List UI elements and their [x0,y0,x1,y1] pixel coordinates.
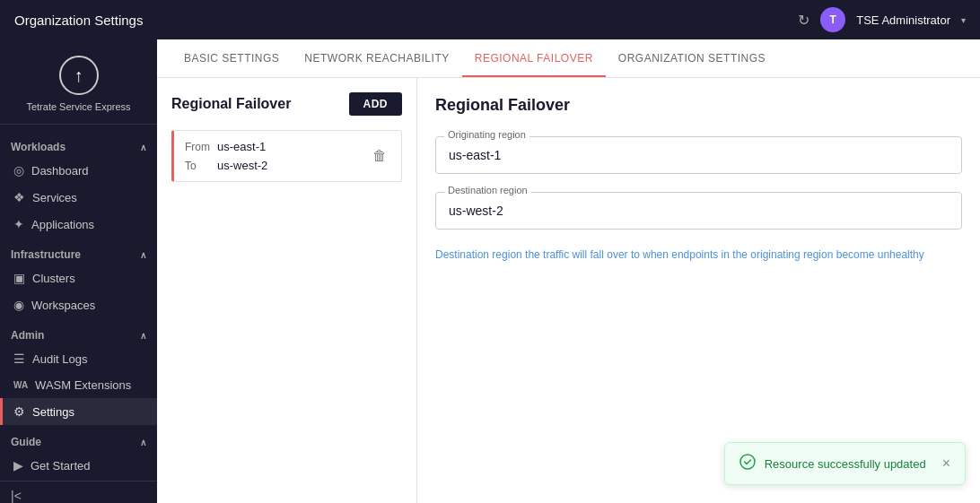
sidebar: ↑ Tetrate Service Express Workloads ∧ ◎ … [0,39,157,503]
refresh-icon[interactable]: ↻ [798,12,809,29]
from-label: From [185,141,210,153]
app-header: Organization Settings ↻ T TSE Administra… [0,0,980,39]
sidebar-item-label: Dashboard [31,164,89,178]
chevron-up-icon: ∧ [140,143,146,152]
sidebar-section-workloads: Workloads ∧ ◎ Dashboard ❖ Services ✦ App… [0,132,157,239]
toast-message: Resource successfully updated [765,457,926,471]
settings-icon: ⚙ [13,404,25,419]
content-area: Basic Settings Network Reachability Regi… [157,39,980,503]
toast-close-button[interactable]: × [935,455,950,472]
helper-prefix: Destination region the traffic will fall… [435,248,750,261]
destination-region-field: Destination region [435,192,962,230]
sidebar-item-settings[interactable]: ⚙ Settings [0,398,157,425]
admin-label: Admin [11,329,44,342]
failover-item-info: From us-east-1 To us-west-2 [185,140,267,172]
svg-point-0 [740,455,755,469]
tab-organization-settings[interactable]: Organization Settings [606,39,778,77]
destination-region-label: Destination region [444,185,531,195]
from-value: us-east-1 [217,140,266,153]
failover-from-row: From us-east-1 [185,140,267,153]
to-value: us-west-2 [217,159,267,172]
logo-area: ↑ Tetrate Service Express [0,39,157,125]
failover-list-item: From us-east-1 To us-west-2 🗑 [171,130,402,182]
header-right: ↻ T TSE Administrator ▾ [798,7,966,32]
originating-region-label: Originating region [444,129,529,140]
right-panel: Regional Failover Originating region Des… [417,78,980,503]
sidebar-item-label: Settings [32,405,74,419]
page-title: Organization Settings [14,13,143,28]
main-layout: ↑ Tetrate Service Express Workloads ∧ ◎ … [0,39,980,503]
sidebar-section-admin-header[interactable]: Admin ∧ [0,325,157,345]
chevron-up-icon: ∧ [140,438,146,447]
tab-regional-failover[interactable]: Regional Failover [462,39,606,77]
originating-region-field: Originating region [435,136,962,174]
wasm-icon: WA [13,380,28,390]
trash-icon: 🗑 [372,148,387,163]
sidebar-section-guide: Guide ∧ ▶ Get Started [0,427,157,481]
toast-notification: Resource successfully updated × [724,442,966,485]
sidebar-item-label: Workspaces [31,299,95,312]
tab-network-reachability[interactable]: Network Reachability [292,39,461,77]
panel-header: Regional Failover ADD [171,92,402,116]
guide-label: Guide [11,436,41,448]
sidebar-item-wasm-extensions[interactable]: WA WASM Extensions [0,372,157,398]
sidebar-item-clusters[interactable]: ▣ Clusters [0,265,157,291]
sidebar-item-label: Services [32,191,77,204]
sidebar-item-label: Get Started [31,459,90,473]
chevron-down-icon[interactable]: ▾ [961,15,966,25]
chevron-up-icon: ∧ [140,250,146,260]
user-name[interactable]: TSE Administrator [856,13,950,27]
failover-to-row: To us-west-2 [185,159,267,172]
sidebar-section-guide-header[interactable]: Guide ∧ [0,432,157,452]
sidebar-item-audit-logs[interactable]: ☰ Audit Logs [0,345,157,372]
workspaces-icon: ◉ [13,298,24,312]
page-content: Regional Failover ADD From us-east-1 To … [157,78,980,503]
sidebar-section-infrastructure: Infrastructure ∧ ▣ Clusters ◉ Workspaces [0,239,157,320]
sidebar-item-applications[interactable]: ✦ Applications [0,211,157,238]
chevron-up-icon: ∧ [140,331,146,341]
sidebar-collapse-button[interactable]: |< [0,481,157,503]
to-label: To [185,160,210,172]
right-panel-title: Regional Failover [435,96,962,115]
originating-region-input[interactable] [435,136,962,174]
sidebar-item-label: Clusters [32,272,75,285]
unhealthy-text: unhealthy [878,248,924,261]
avatar: T [820,7,845,32]
sidebar-section-infrastructure-header[interactable]: Infrastructure ∧ [0,245,157,265]
panel-title: Regional Failover [171,96,291,112]
workloads-label: Workloads [11,141,66,153]
success-icon [739,454,756,473]
add-button[interactable]: ADD [349,92,403,116]
sidebar-item-label: Applications [31,218,94,231]
delete-button[interactable]: 🗑 [369,144,390,168]
left-panel: Regional Failover ADD From us-east-1 To … [157,78,417,503]
sidebar-item-label: WASM Extensions [35,378,131,392]
logo-icon: ↑ [59,56,99,95]
sidebar-section-workloads-header[interactable]: Workloads ∧ [0,137,157,157]
sidebar-item-services[interactable]: ❖ Services [0,184,157,211]
sidebar-item-dashboard[interactable]: ◎ Dashboard [0,157,157,184]
tab-basic-settings[interactable]: Basic Settings [171,39,292,77]
services-icon: ❖ [13,190,25,204]
get-started-icon: ▶ [13,458,23,473]
applications-icon: ✦ [13,217,24,231]
sidebar-item-workspaces[interactable]: ◉ Workspaces [0,291,157,318]
logo-text: Tetrate Service Express [26,100,130,113]
sidebar-section-admin: Admin ∧ ☰ Audit Logs WA WASM Extensions … [0,320,157,427]
originating-region-link: originating region [750,248,833,261]
destination-region-input[interactable] [435,192,962,230]
helper-text: Destination region the traffic will fall… [435,247,962,263]
infrastructure-label: Infrastructure [11,248,81,261]
helper-middle: become [833,248,877,261]
sidebar-item-label: Audit Logs [32,352,87,366]
tab-bar: Basic Settings Network Reachability Regi… [157,39,980,78]
sidebar-item-get-started[interactable]: ▶ Get Started [0,452,157,479]
dashboard-icon: ◎ [13,163,24,178]
audit-logs-icon: ☰ [13,351,25,366]
clusters-icon: ▣ [13,271,25,285]
